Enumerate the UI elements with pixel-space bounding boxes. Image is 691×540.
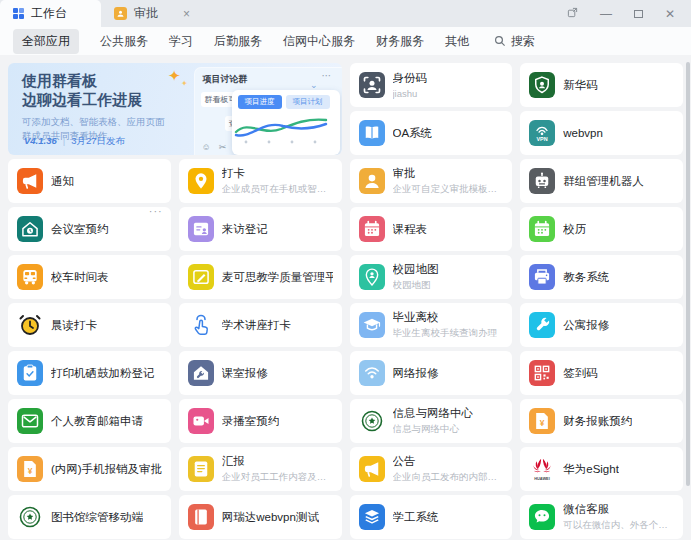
nav-other[interactable]: 其他 bbox=[445, 33, 469, 50]
app-tile-27[interactable]: 信息与网络中心信息与网络中心 bbox=[350, 399, 513, 443]
app-tile-34[interactable]: 网瑞达webvpn测试 bbox=[179, 495, 342, 539]
app-tile-17[interactable]: 晨读打卡 bbox=[8, 303, 171, 347]
nav-finance[interactable]: 财务服务 bbox=[376, 33, 424, 50]
app-tile-22[interactable]: 课室报修 bbox=[179, 351, 342, 395]
category-nav: 全部应用 公共服务 学习 后勤服务 信网中心服务 财务服务 其他 搜索 bbox=[0, 27, 691, 55]
approval-app-icon bbox=[114, 7, 127, 20]
shield-icon bbox=[529, 72, 555, 98]
app-tile-15[interactable]: 校园地图校园地图 bbox=[350, 255, 513, 299]
chat-more-icon: ⋯ bbox=[322, 70, 332, 81]
app-tile-11[interactable]: 课程表 bbox=[350, 207, 513, 251]
mini-line-chart bbox=[232, 111, 332, 145]
app-tile-text: 个人教育邮箱申请 bbox=[51, 414, 143, 429]
app-label: 签到码 bbox=[563, 366, 598, 381]
nav-public-services[interactable]: 公共服务 bbox=[100, 33, 148, 50]
robot-icon bbox=[529, 168, 555, 194]
search-label: 搜索 bbox=[511, 33, 535, 50]
tab-workbench-label: 工作台 bbox=[31, 5, 67, 22]
version-number: V4.1.36 bbox=[24, 135, 57, 146]
app-tile-36[interactable]: 微信客服可以在微信内、外各个场景中... bbox=[520, 495, 683, 539]
app-label: 通知 bbox=[51, 174, 74, 189]
app-tile-25[interactable]: 个人教育邮箱申请 bbox=[8, 399, 171, 443]
app-tile-5[interactable]: 通知 bbox=[8, 159, 171, 203]
app-label: 麦可思教学质量管理平台 bbox=[222, 270, 333, 285]
app-tile-10[interactable]: 来访登记 bbox=[179, 207, 342, 251]
nav-network-center[interactable]: 信网中心服务 bbox=[283, 33, 355, 50]
app-tile-13[interactable]: 校车时间表 bbox=[8, 255, 171, 299]
app-tile-2[interactable]: 新华码 bbox=[520, 63, 683, 107]
app-tile-21[interactable]: 打印机硒鼓加粉登记 bbox=[8, 351, 171, 395]
book-cover-icon bbox=[188, 504, 214, 530]
promo-banner[interactable]: 使用群看板 边聊边看工作进展 可添加文档、智能表格、应用页面 群成员共同查看协作… bbox=[8, 63, 342, 155]
app-label: 毕业离校 bbox=[393, 310, 498, 325]
maximize-icon[interactable] bbox=[634, 10, 643, 18]
app-tile-7[interactable]: 审批企业可自定义审批模板，实现... bbox=[350, 159, 513, 203]
app-label: 公告 bbox=[393, 454, 504, 469]
nav-logistics[interactable]: 后勤服务 bbox=[214, 33, 262, 50]
app-label: 身份码 bbox=[393, 71, 428, 86]
app-tile-text: 会议室预约 bbox=[51, 222, 109, 237]
app-tile-1[interactable]: 身份码jiashu bbox=[350, 63, 513, 107]
app-tile-26[interactable]: 录播室预约 bbox=[179, 399, 342, 443]
nav-all-apps[interactable]: 全部应用 bbox=[13, 29, 79, 54]
sparkle-icon: ✦ bbox=[168, 67, 181, 85]
alarm-icon bbox=[17, 312, 43, 338]
popout-icon[interactable] bbox=[567, 7, 578, 21]
app-label: 学术讲座打卡 bbox=[222, 318, 291, 333]
app-tile-8[interactable]: 群组管理机器人 bbox=[520, 159, 683, 203]
clipboard-icon bbox=[17, 360, 43, 386]
app-tile-6[interactable]: 打卡企业成员可在手机或智慧考勤... bbox=[179, 159, 342, 203]
doc-report-icon bbox=[188, 456, 214, 482]
app-tile-18[interactable]: 学术讲座打卡 bbox=[179, 303, 342, 347]
app-tile-4[interactable]: VPNwebvpn bbox=[520, 111, 683, 155]
app-tile-20[interactable]: 公寓报修 bbox=[520, 303, 683, 347]
banner-title-line2: 边聊边看工作进展 bbox=[22, 91, 142, 110]
app-tile-33[interactable]: 图书馆综管移动端 bbox=[8, 495, 171, 539]
app-tile-28[interactable]: ¥财务报账预约 bbox=[520, 399, 683, 443]
close-tab-icon[interactable]: × bbox=[183, 8, 190, 20]
app-tile-text: 新华码 bbox=[563, 78, 598, 93]
wifi-hand-icon bbox=[359, 360, 385, 386]
app-label: 打印机硒鼓加粉登记 bbox=[51, 366, 155, 381]
window-tabbar: 工作台 审批 × — ✕ bbox=[0, 0, 691, 27]
more-icon[interactable]: ··· bbox=[149, 207, 163, 217]
app-tile-32[interactable]: HUAWEI华为eSight bbox=[520, 447, 683, 491]
scrollbar-thumb[interactable] bbox=[686, 62, 690, 486]
app-tile-12[interactable]: 校历 bbox=[520, 207, 683, 251]
app-tile-3[interactable]: OA系统 bbox=[350, 111, 513, 155]
svg-text:HUAWEI: HUAWEI bbox=[535, 476, 550, 481]
app-tile-text: 图书馆综管移动端 bbox=[51, 510, 143, 525]
banner-version: V4.1.36|3月27日发布 bbox=[24, 135, 125, 148]
tab-approval[interactable]: 审批 × bbox=[101, 0, 203, 27]
app-tile-35[interactable]: 学工系统 bbox=[350, 495, 513, 539]
video-camera-icon bbox=[188, 408, 214, 434]
app-label: 网络报修 bbox=[393, 366, 439, 381]
app-tile-31[interactable]: 公告企业向员工发布的内部重要通... bbox=[350, 447, 513, 491]
nav-study[interactable]: 学习 bbox=[169, 33, 193, 50]
search-button[interactable]: 搜索 bbox=[494, 33, 535, 50]
app-tile-16[interactable]: 教务系统 bbox=[520, 255, 683, 299]
app-tile-19[interactable]: 毕业离校毕业生离校手续查询办理 bbox=[350, 303, 513, 347]
app-tile-29[interactable]: ¥(内网)手机报销及审批系统 bbox=[8, 447, 171, 491]
close-window-icon[interactable]: ✕ bbox=[665, 7, 675, 21]
app-tile-23[interactable]: 网络报修 bbox=[350, 351, 513, 395]
app-tile-text: 晨读打卡 bbox=[51, 318, 97, 333]
seal-icon bbox=[17, 504, 43, 530]
app-tile-9[interactable]: 会议室预约··· bbox=[8, 207, 171, 251]
book-icon bbox=[359, 120, 385, 146]
app-subtitle: 可以在微信内、外各个场景中... bbox=[563, 519, 674, 532]
app-tile-30[interactable]: 汇报企业对员工工作内容及过程的... bbox=[179, 447, 342, 491]
app-tile-14[interactable]: 麦可思教学质量管理平台 bbox=[179, 255, 342, 299]
seal-icon bbox=[359, 408, 385, 434]
app-label: 会议室预约 bbox=[51, 222, 109, 237]
app-label: 个人教育邮箱申请 bbox=[51, 414, 143, 429]
minimize-icon[interactable]: — bbox=[600, 7, 612, 21]
tab-workbench[interactable]: 工作台 bbox=[0, 0, 101, 27]
app-tile-text: 来访登记 bbox=[222, 222, 268, 237]
app-tile-text: 打卡企业成员可在手机或智慧考勤... bbox=[222, 166, 333, 196]
app-tile-text: 校车时间表 bbox=[51, 270, 109, 285]
calendar-icon bbox=[359, 216, 385, 242]
app-tile-24[interactable]: 签到码 bbox=[520, 351, 683, 395]
printer-icon bbox=[529, 264, 555, 290]
board-tab-plan: 项目计划 bbox=[286, 95, 330, 109]
